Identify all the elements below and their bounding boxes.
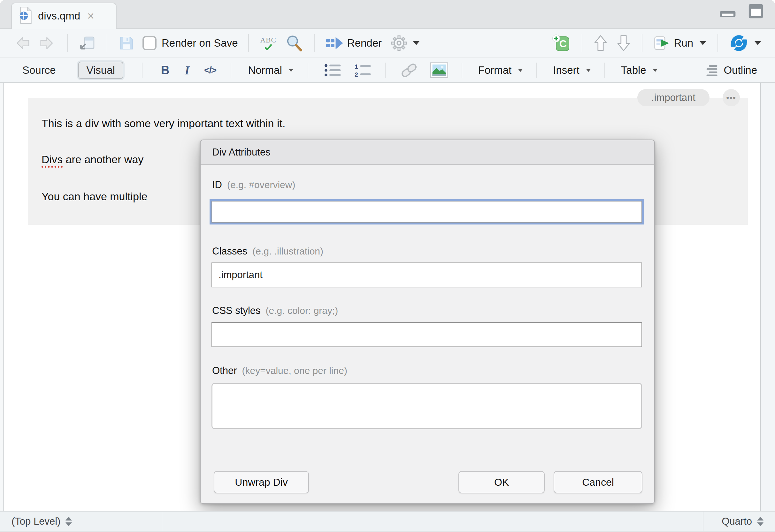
back-button[interactable] bbox=[13, 35, 31, 51]
divider bbox=[314, 34, 315, 52]
render-on-save-checkbox[interactable] bbox=[142, 36, 156, 50]
arrow-down-icon bbox=[617, 35, 630, 51]
divider bbox=[582, 34, 582, 52]
tab-bar: divs.qmd × bbox=[0, 0, 775, 29]
chevron-down-icon bbox=[755, 41, 761, 45]
format-menu-label: Format bbox=[478, 64, 512, 76]
run-button[interactable]: Run bbox=[653, 34, 707, 52]
maximize-icon[interactable] bbox=[746, 3, 765, 20]
chevron-down-icon bbox=[518, 69, 523, 72]
run-label: Run bbox=[674, 37, 693, 49]
paragraph[interactable]: You can have multiple bbox=[42, 190, 147, 203]
next-chunk-button[interactable] bbox=[616, 34, 632, 53]
other-field-label: Other(key=value, one per line) bbox=[212, 365, 347, 376]
arrow-up-icon bbox=[594, 35, 607, 51]
table-menu[interactable]: Table bbox=[620, 63, 659, 78]
bullet-list-button[interactable] bbox=[323, 62, 343, 79]
previous-chunk-button[interactable] bbox=[593, 34, 609, 53]
misspelled-word[interactable]: Divs bbox=[42, 153, 63, 168]
divider bbox=[718, 34, 718, 52]
other-textarea[interactable] bbox=[211, 383, 642, 429]
image-button[interactable] bbox=[429, 61, 450, 80]
render-label: Render bbox=[347, 37, 382, 49]
tab-close-icon[interactable]: × bbox=[87, 10, 94, 22]
chevron-down-icon bbox=[586, 69, 591, 72]
format-toolbar: Source Visual B I </> Normal 1 2 bbox=[0, 58, 775, 83]
scope-label: (Top Level) bbox=[11, 516, 60, 527]
divider bbox=[536, 63, 537, 78]
div-options-button[interactable]: ••• bbox=[723, 89, 740, 106]
render-button[interactable]: Render bbox=[325, 34, 383, 52]
image-icon bbox=[430, 62, 448, 78]
outline-icon bbox=[706, 64, 720, 77]
tab-divs-qmd[interactable]: divs.qmd × bbox=[11, 3, 117, 29]
divider bbox=[248, 34, 249, 52]
tab-title: divs.qmd bbox=[38, 10, 80, 22]
minimize-icon[interactable] bbox=[718, 3, 738, 20]
insert-chunk-icon: C bbox=[552, 34, 570, 52]
id-input[interactable] bbox=[211, 201, 642, 223]
unwrap-div-button[interactable]: Unwrap Div bbox=[214, 471, 309, 493]
document-format-selector[interactable]: Quarto bbox=[703, 512, 772, 531]
scrollbar-track[interactable] bbox=[760, 83, 775, 511]
paragraph-style-dropdown[interactable]: Normal bbox=[247, 63, 294, 78]
other-field-hint: (key=value, one per line) bbox=[242, 365, 347, 376]
insert-menu-label: Insert bbox=[553, 64, 580, 76]
publish-button[interactable] bbox=[728, 33, 762, 53]
dialog-titlebar[interactable]: Div Attributes bbox=[201, 140, 654, 165]
link-button[interactable] bbox=[400, 61, 419, 79]
document-format-label: Quarto bbox=[722, 516, 752, 527]
paragraph-style-label: Normal bbox=[248, 64, 282, 76]
divider bbox=[107, 34, 107, 52]
cancel-button[interactable]: Cancel bbox=[554, 471, 642, 493]
render-options-button[interactable] bbox=[390, 34, 421, 52]
css-styles-field-label: CSS styles(e.g. color: gray;) bbox=[212, 305, 338, 316]
save-button[interactable] bbox=[118, 34, 135, 52]
forward-button[interactable] bbox=[38, 35, 57, 51]
insert-menu[interactable]: Insert bbox=[552, 63, 592, 78]
open-in-new-window-button[interactable] bbox=[78, 34, 96, 52]
visual-mode-button[interactable]: Visual bbox=[78, 62, 123, 79]
svg-text:1: 1 bbox=[354, 63, 358, 70]
sort-arrows-icon bbox=[65, 517, 72, 526]
publish-icon bbox=[730, 34, 748, 52]
divider bbox=[604, 63, 605, 78]
scope-selector[interactable]: (Top Level) bbox=[4, 512, 162, 531]
insert-chunk-button[interactable]: C bbox=[551, 33, 572, 53]
paragraph[interactable]: This is a div with some very important t… bbox=[42, 117, 285, 130]
numbered-list-button[interactable]: 1 2 bbox=[353, 62, 373, 79]
qmd-file-icon bbox=[19, 7, 33, 25]
popout-icon bbox=[79, 36, 95, 50]
divider bbox=[385, 63, 385, 78]
gear-icon bbox=[391, 35, 407, 51]
paragraph[interactable]: Divs are another way bbox=[42, 153, 143, 166]
italic-button[interactable]: I bbox=[184, 62, 191, 79]
divider bbox=[67, 34, 68, 52]
format-menu[interactable]: Format bbox=[477, 63, 525, 78]
ok-button[interactable]: OK bbox=[459, 471, 545, 493]
chevron-down-icon bbox=[653, 69, 658, 72]
source-mode-button[interactable]: Source bbox=[17, 62, 62, 79]
div-class-badge[interactable]: .important bbox=[637, 89, 710, 106]
css-styles-field-hint: (e.g. color: gray;) bbox=[266, 305, 338, 316]
search-icon bbox=[286, 35, 302, 51]
run-icon bbox=[654, 35, 670, 51]
table-menu-label: Table bbox=[621, 64, 646, 76]
render-icon bbox=[326, 36, 343, 50]
find-replace-button[interactable] bbox=[285, 34, 304, 53]
numbered-list-icon: 1 2 bbox=[354, 63, 371, 77]
css-styles-input[interactable] bbox=[211, 322, 642, 347]
outline-toggle-button[interactable]: Outline bbox=[704, 63, 758, 78]
bullet-list-icon bbox=[324, 63, 341, 77]
editor-document: This is a div with some very important t… bbox=[0, 83, 775, 511]
chevron-down-icon bbox=[700, 41, 706, 45]
link-icon bbox=[401, 63, 418, 78]
divider bbox=[142, 63, 142, 78]
rstudio-editor-window: divs.qmd × bbox=[0, 0, 775, 532]
id-field-label: ID(e.g. #overview) bbox=[212, 179, 295, 191]
spellcheck-button[interactable]: ABC bbox=[259, 35, 277, 51]
code-button[interactable]: </> bbox=[203, 64, 217, 77]
main-toolbar: Render on Save ABC Render bbox=[0, 29, 775, 58]
classes-input[interactable] bbox=[211, 262, 642, 287]
bold-button[interactable]: B bbox=[160, 62, 171, 78]
